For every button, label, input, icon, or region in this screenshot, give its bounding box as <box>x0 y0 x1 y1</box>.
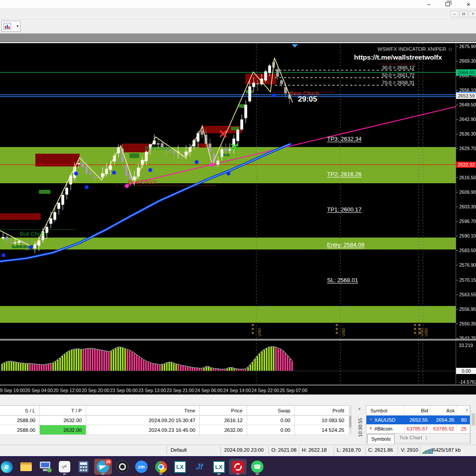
price-badge: 2653.59 <box>456 93 476 99</box>
trade-table-scrollbar[interactable] <box>349 405 352 434</box>
signal-dot <box>149 168 152 172</box>
signal-dot <box>272 94 276 98</box>
market-watch-row-xauusd[interactable]: ▼XAUUSD2653.552654.3580 <box>366 416 470 424</box>
market-watch-row-bitcoin[interactable]: ▼#Bitcoin63785.6763785.9225 <box>366 424 470 433</box>
trade-cell[interactable]: 2588.00 <box>0 416 39 425</box>
table-gridline <box>294 406 295 435</box>
svg-text:∗: ∗ <box>418 330 421 335</box>
taskbar-app-calc[interactable] <box>75 459 92 475</box>
candle-body <box>57 203 60 209</box>
taskbar-app-obs[interactable] <box>114 459 131 475</box>
telegram-link: https://t.me/wallstreetwolfx <box>354 53 442 61</box>
bull-choch-label: Bull Choch <box>145 145 171 151</box>
price-chart[interactable]: ∗∗∗USD∗∗∗USD∗∗∗USD∗∗∗USD <box>0 43 456 385</box>
chart-minimize-icon[interactable]: – <box>450 11 458 17</box>
fib-level-50: 50.0 = 2661.72 <box>382 72 415 78</box>
trade-cell[interactable]: 2588.00 <box>0 425 39 435</box>
price-tick: 2576.90 <box>459 262 476 268</box>
window-frame <box>0 34 476 42</box>
status-profile[interactable]: Default <box>171 447 187 453</box>
bear-choch-label: Bear Choch <box>128 179 157 185</box>
window-close-icon[interactable]: × <box>462 1 475 8</box>
trade-cell[interactable]: 0.00 <box>247 425 294 435</box>
taskbar-app-zoom[interactable]: zm <box>133 459 150 475</box>
taskbar-app-chrome[interactable] <box>152 459 170 475</box>
taskbar-app-edge[interactable]: e <box>0 459 15 475</box>
taskbar-app-explorer[interactable] <box>17 459 35 475</box>
price-tick: 2570.15 <box>459 277 476 283</box>
candle-body <box>221 149 223 157</box>
trade-cell[interactable]: 2616.12 <box>199 416 247 425</box>
taskbar-app-lx[interactable]: LX <box>171 459 189 475</box>
window-restore-icon[interactable] <box>446 2 450 6</box>
chart-icon <box>4 23 11 30</box>
trade-cell[interactable]: 2632.00 <box>39 425 86 435</box>
chart-profile-button[interactable]: ▾ <box>1 21 21 32</box>
chart-canvas[interactable]: ∗∗∗USD∗∗∗USD∗∗∗USD∗∗∗USD <box>0 43 456 385</box>
trade-cell[interactable]: 2632.00 <box>39 416 86 425</box>
taskbar-app-lx[interactable]: LX <box>210 459 228 475</box>
taskbar: 8:30 AM 25/9/2024 PRE e✂25zmLXJfLX☎ <box>0 457 476 476</box>
tab-tick-chart[interactable]: Tick Chart <box>399 435 422 440</box>
alert-triangle-icon <box>292 44 298 48</box>
table-header-profit[interactable]: Profit <box>294 406 348 416</box>
status-close: C: 2621.86 <box>368 447 393 453</box>
pane-separator[interactable] <box>0 339 476 340</box>
toolbar: ▾ 1 <box>0 19 476 34</box>
mt4-terminal-window: – × – × ▾ 1 ∗∗∗USD∗∗∗USD∗∗∗USD∗∗∗USD WSW… <box>0 0 476 476</box>
table-gridline <box>39 406 40 435</box>
trade-cell[interactable]: 0.00 <box>247 416 294 425</box>
svg-text:∗: ∗ <box>413 330 417 335</box>
candle-body <box>248 87 251 101</box>
mw-header-spread[interactable]: ! <box>366 406 468 416</box>
candle-body <box>93 177 96 178</box>
price-tick: 2609.90 <box>459 189 476 195</box>
table-header-sl[interactable]: S / L <box>0 406 39 416</box>
table-header-price[interactable]: Price <box>199 406 247 416</box>
tp3-label: TP3: 2632.34 <box>327 136 362 142</box>
order-block <box>39 190 50 194</box>
time-tick: 20 Sep 20:00 <box>82 388 109 393</box>
taskbar-app-pc[interactable] <box>36 459 54 475</box>
tab-symbols[interactable]: Symbols <box>367 434 395 443</box>
trade-cell[interactable]: 2024.09.20 15:30:47 <box>86 416 199 425</box>
price-axis[interactable]: 2675.902669.302662.702656.102649.502642.… <box>456 43 476 394</box>
status-volume: V: 2910 <box>401 447 418 453</box>
trade-cell[interactable]: 2632.00 <box>199 425 247 435</box>
table-header-tp[interactable]: T / P <box>39 406 86 416</box>
trade-cell[interactable]: 2024.09.23 16:45:00 <box>86 425 199 435</box>
indicator-min-label: -14.5763 <box>459 379 476 385</box>
taskbar-app-redapp[interactable] <box>229 459 247 475</box>
taskbar-app-whatsapp[interactable]: ☎ <box>248 459 266 475</box>
table-header-swap[interactable]: Swap <box>247 406 294 416</box>
taskbar-app-jf[interactable]: Jf <box>190 459 208 475</box>
candle-body <box>225 148 227 151</box>
fib-level-30: 30.0 = 2665.12 <box>382 65 415 70</box>
trade-cell[interactable]: 10 083.50 <box>294 416 348 425</box>
table-header-time[interactable]: Time <box>86 406 199 416</box>
candle-body <box>236 130 239 141</box>
price-tick: 2649.50 <box>459 102 476 107</box>
svg-text:∗: ∗ <box>335 330 339 335</box>
candle-body <box>280 80 283 84</box>
trade-cell[interactable]: 14 524.25 <box>294 425 348 435</box>
candle-body <box>244 105 247 118</box>
supply-zone <box>0 213 41 220</box>
table-gridline <box>86 406 86 435</box>
chart-restore-icon[interactable] <box>460 11 468 17</box>
trade-table[interactable]: S / LT / PTimePriceSwapProfit2588.002632… <box>0 405 349 434</box>
taskbar-app-snip[interactable]: ✂ <box>56 459 73 475</box>
histogram <box>0 347 456 371</box>
taskbar-app-telegram[interactable]: 25 <box>94 459 112 475</box>
market-watch-scrollbar[interactable] <box>470 405 476 443</box>
time-axis[interactable]: 9 Sep 19:0020 Sep 04:0020 Sep 12:0020 Se… <box>0 385 476 394</box>
time-tick: 24 Sep 22:00 <box>251 388 279 393</box>
window-minimize-icon[interactable]: – <box>423 1 435 8</box>
time-tick: 9 Sep 19:00 <box>0 388 25 393</box>
time-tick: 23 Sep 21:00 <box>167 388 194 393</box>
chart-close-icon[interactable]: × <box>469 11 476 17</box>
signal-dot <box>227 172 231 176</box>
panel-close-icon[interactable]: × <box>356 406 362 412</box>
price-tick: 2550.35 <box>459 321 476 326</box>
candle-body <box>228 149 231 150</box>
